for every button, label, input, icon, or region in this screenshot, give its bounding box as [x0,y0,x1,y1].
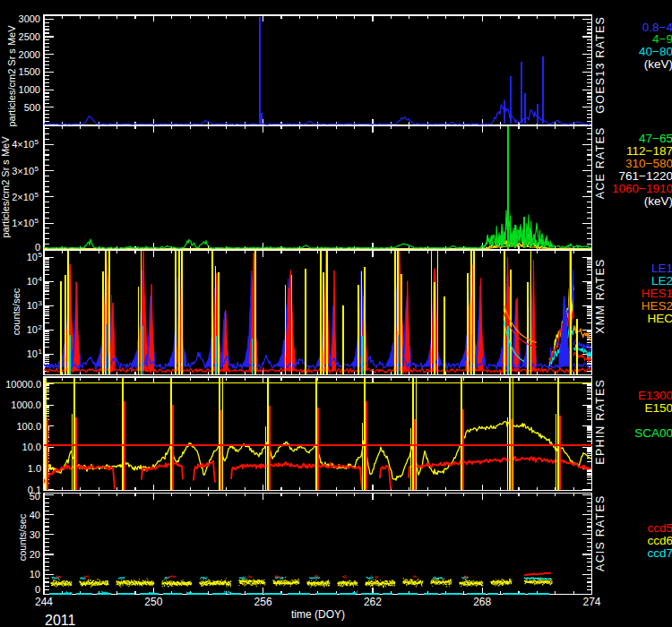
svg-text:310−580: 310−580 [625,157,672,170]
svg-text:2: 2 [39,323,43,331]
svg-text:5: 5 [39,251,43,259]
svg-text:1.0: 1.0 [28,463,41,474]
svg-text:268: 268 [473,596,491,608]
svg-text:ccd6: ccd6 [647,534,672,547]
svg-text:HES1: HES1 [642,287,672,300]
svg-text:particles/cm2 Sr s MeV: particles/cm2 Sr s MeV [0,136,11,238]
svg-text:30: 30 [30,529,40,540]
svg-text:274: 274 [582,596,600,608]
svg-text:HES2: HES2 [642,299,672,313]
svg-text:3: 3 [39,299,43,307]
svg-text:(keV): (keV) [644,57,672,71]
svg-text:10: 10 [27,276,38,287]
svg-text:250: 250 [144,596,162,608]
svg-text:particles/cm2 Sr s MeV: particles/cm2 Sr s MeV [6,25,17,127]
svg-text:2011: 2011 [45,613,76,627]
svg-text:3000: 3000 [19,13,40,24]
svg-text:112−187: 112−187 [626,144,672,158]
svg-text:10: 10 [30,569,40,580]
svg-text:100.0: 100.0 [16,421,41,432]
svg-text:5: 5 [35,138,39,146]
svg-text:40: 40 [30,510,40,520]
svg-text:262: 262 [364,596,382,608]
svg-text:XMM RATES: XMM RATES [594,259,607,334]
svg-text:10: 10 [27,348,38,359]
svg-text:500: 500 [24,102,40,113]
svg-text:ACIS RATES: ACIS RATES [594,495,607,571]
svg-text:1000: 1000 [19,84,40,95]
svg-text:ccd7: ccd7 [647,546,672,560]
svg-text:10: 10 [27,300,38,311]
svg-text:761−1220: 761−1220 [619,169,672,183]
svg-text:10.0: 10.0 [22,442,41,452]
svg-text:5: 5 [35,191,39,199]
svg-text:ccd5: ccd5 [647,521,672,535]
svg-text:244: 244 [35,596,53,608]
svg-text:1: 1 [39,348,43,356]
svg-text:4: 4 [39,275,43,283]
svg-text:3×10: 3×10 [12,166,34,176]
svg-text:E1300: E1300 [638,389,672,402]
svg-text:10: 10 [27,324,38,335]
svg-text:10000.0: 10000.0 [5,379,41,390]
svg-text:2500: 2500 [19,31,40,42]
svg-text:SCA00: SCA00 [634,426,672,440]
svg-text:47−65: 47−65 [639,132,672,145]
svg-text:counts/sec: counts/sec [17,513,28,561]
svg-text:GOES13 RATES: GOES13 RATES [594,16,607,114]
svg-text:1500: 1500 [19,66,40,77]
svg-text:time (DOY): time (DOY) [291,608,345,621]
svg-text:1000.0: 1000.0 [11,399,41,410]
svg-text:1060−1910: 1060−1910 [612,182,672,195]
svg-text:2×10: 2×10 [12,192,34,202]
svg-text:ACE RATES: ACE RATES [594,127,607,200]
svg-text:20: 20 [30,549,40,560]
svg-text:4×10: 4×10 [12,139,34,150]
svg-text:2000: 2000 [19,49,40,60]
svg-text:HEC: HEC [647,312,672,325]
svg-text:256: 256 [254,596,272,608]
svg-text:10: 10 [27,252,38,262]
svg-text:LE1: LE1 [651,262,672,275]
svg-text:(keV): (keV) [644,194,672,208]
svg-text:E150: E150 [644,401,672,415]
svg-text:50: 50 [30,491,40,502]
svg-text:EPHIN RATES: EPHIN RATES [594,379,607,465]
svg-text:0: 0 [35,584,40,595]
svg-text:5: 5 [35,165,39,173]
svg-text:counts/sec: counts/sec [11,288,22,335]
svg-text:1×10: 1×10 [12,218,34,228]
svg-text:LE2: LE2 [651,274,672,288]
svg-text:5: 5 [35,217,39,225]
